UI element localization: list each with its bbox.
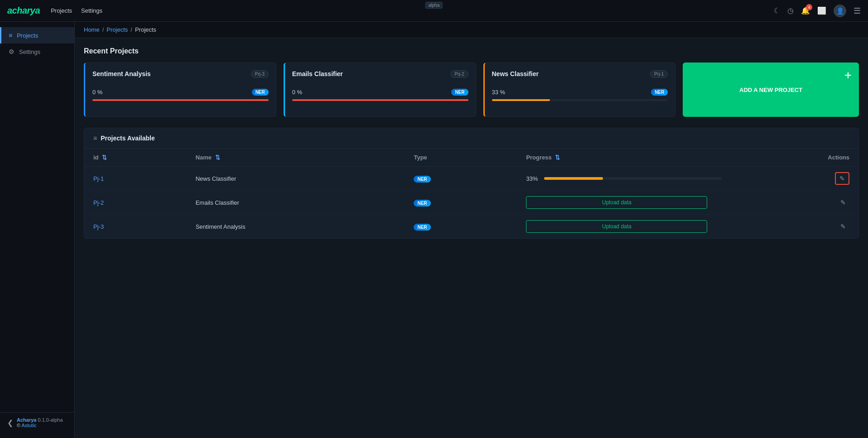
card-type-sentiment: NER [252,89,269,96]
card-progress-bar-sentiment [92,99,269,101]
card-header-emails: Emails Classifier Prj-2 [292,70,468,78]
table-section-icon: ≡ [93,135,97,142]
td-progress-2: Upload data [517,191,731,215]
page-content: Recent Projects Sentiment Analysis Prj-3… [75,38,868,248]
breadcrumb-sep-2: / [130,26,132,33]
app-logo[interactable]: acharya [7,5,40,16]
sidebar-item-settings[interactable]: ⚙ Settings [0,43,74,60]
breadcrumb-home[interactable]: Home [84,26,100,33]
td-progress-3: Upload data [517,215,731,239]
td-id-2: Pj-2 [84,191,187,215]
project-cards: Sentiment Analysis Prj-3 0 % NER Emails … [84,63,859,117]
add-project-card[interactable]: + ADD A NEW PROJECT [683,63,859,117]
projects-table-section: ≡ Projects Available id ⇅ Name ⇅ [84,128,859,239]
project-card-news[interactable]: News Classifier Prj-1 33 % NER [483,63,676,117]
card-footer-emails: 0 % NER [292,89,468,96]
card-progress-bar-emails [292,99,468,101]
top-navigation: acharya Projects Settings alpha ☾ ◷ 🔔 4 … [0,0,868,22]
user-avatar[interactable]: 👤 [834,5,846,17]
sort-icon-id: ⇅ [102,154,107,161]
sidebar-item-projects[interactable]: ≡ Projects [0,27,74,43]
hamburger-menu-icon[interactable]: ☰ [854,6,861,16]
card-name-sentiment: Sentiment Analysis [92,70,151,77]
footer-copy-symbol: © [17,423,20,428]
th-name[interactable]: Name ⇅ [187,149,405,167]
td-actions-3: ✎ [731,215,858,239]
card-progress-bar-news [492,99,668,101]
card-type-news: NER [651,89,668,96]
recent-projects-title: Recent Projects [84,47,859,55]
breadcrumb: Home / Projects / Projects [75,22,868,38]
edit-button-1[interactable]: ✎ [835,172,849,185]
nav-link-settings[interactable]: Settings [81,7,102,14]
project-card-sentiment[interactable]: Sentiment Analysis Prj-3 0 % NER [84,63,276,117]
progress-text-1: 33% [526,175,540,182]
table-section-title: Projects Available [101,135,155,142]
progress-bar-1 [544,177,722,180]
th-type: Type [405,149,517,167]
window-icon[interactable]: ⬜ [817,6,826,15]
td-actions-2: ✎ [731,191,858,215]
sidebar-collapse-icon[interactable]: ❮ [7,419,13,427]
project-card-emails[interactable]: Emails Classifier Prj-2 0 % NER [284,63,476,117]
topnav-right: ☾ ◷ 🔔 4 ⬜ 👤 ☰ [774,5,861,17]
edit-button-2[interactable]: ✎ [837,197,849,208]
upload-button-2[interactable]: Upload data [526,196,707,209]
breadcrumb-sep-1: / [102,26,104,33]
breadcrumb-current: Projects [135,26,156,33]
td-name-2: Emails Classifier [187,191,405,215]
table-header-row: id ⇅ Name ⇅ Type Progress [84,149,858,167]
sidebar: ≡ Projects ⚙ Settings ❮ Acharya 0.1.0-al… [0,22,75,438]
main-layout: ≡ Projects ⚙ Settings ❮ Acharya 0.1.0-al… [0,22,868,438]
settings-icon: ⚙ [9,48,14,55]
td-actions-1: ✎ [731,167,858,191]
sort-icon-progress: ⇅ [555,154,560,161]
edit-button-3[interactable]: ✎ [837,221,849,232]
sidebar-item-label-projects: Projects [17,32,38,39]
card-footer-sentiment: 0 % NER [92,89,269,96]
table-id-link-1[interactable]: Pj-1 [93,175,104,182]
upload-button-3[interactable]: Upload data [526,220,707,233]
footer-brand: Acharya [17,417,36,423]
footer-copy-name: Astutic [22,423,37,428]
sidebar-item-label-settings: Settings [19,48,40,55]
footer-version: 0.1.0-alpha [38,417,63,423]
progress-fill-1 [544,177,603,180]
table-row: Pj-2 Emails Classifier NER Upload data ✎ [84,191,858,215]
bell-icon[interactable]: 🔔 4 [801,6,810,15]
card-progress-fill-emails [292,99,468,101]
table-row: Pj-3 Sentiment Analysis NER Upload data … [84,215,858,239]
sidebar-footer-text: Acharya 0.1.0-alpha © Astutic [17,417,67,428]
card-progress-news: 33 % [492,89,506,96]
td-id-3: Pj-3 [84,215,187,239]
card-badge-news: Prj-1 [650,70,668,78]
td-ner-badge-3: NER [414,224,430,231]
td-ner-badge-2: NER [414,200,430,207]
moon-icon[interactable]: ☾ [774,6,780,15]
card-progress-sentiment: 0 % [92,89,102,96]
sidebar-footer[interactable]: ❮ Acharya 0.1.0-alpha © Astutic [0,412,74,433]
card-progress-emails: 0 % [292,89,302,96]
table-section-header: ≡ Projects Available [84,128,858,149]
add-project-label: ADD A NEW PROJECT [739,87,802,93]
clock-icon[interactable]: ◷ [787,6,794,15]
card-progress-fill-news [492,99,550,101]
td-id-1: Pj-1 [84,167,187,191]
progress-container-1: 33% [526,175,722,182]
card-type-emails: NER [451,89,468,96]
nav-link-projects[interactable]: Projects [51,7,72,14]
card-name-news: News Classifier [492,70,539,77]
main-content: Home / Projects / Projects Recent Projec… [75,22,868,438]
td-name-1: News Classifier [187,167,405,191]
td-type-1: NER [405,167,517,191]
add-project-icon: + [844,68,852,82]
table-id-link-3[interactable]: Pj-3 [93,223,104,230]
th-progress[interactable]: Progress ⇅ [517,149,731,167]
breadcrumb-projects[interactable]: Projects [106,26,128,33]
th-actions: Actions [731,149,858,167]
th-id[interactable]: id ⇅ [84,149,187,167]
td-name-3: Sentiment Analysis [187,215,405,239]
table-id-link-2[interactable]: Pj-2 [93,199,104,206]
projects-table: id ⇅ Name ⇅ Type Progress [84,149,858,238]
td-ner-badge-1: NER [414,176,430,183]
